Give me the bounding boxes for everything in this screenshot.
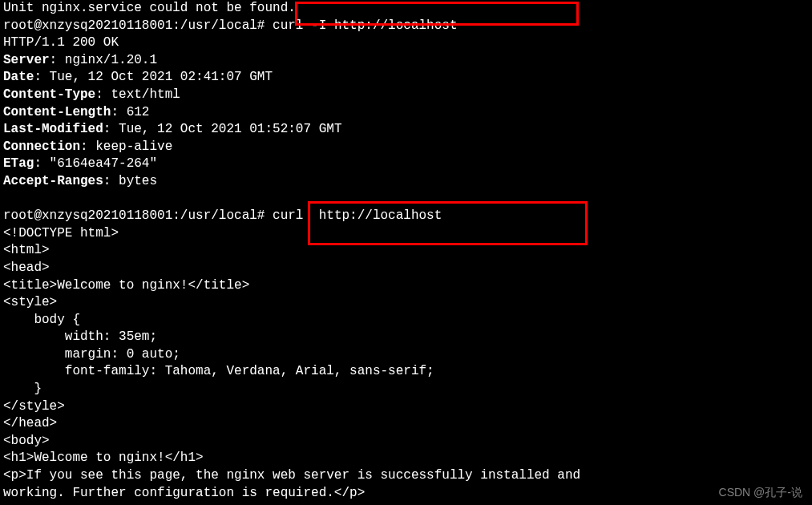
- html-output-line: <html>: [3, 242, 809, 260]
- header-label: Server: [3, 53, 50, 67]
- html-output-line: </head>: [3, 415, 809, 433]
- header-label: Accept-Ranges: [3, 174, 103, 188]
- header-value: : 612: [111, 105, 149, 119]
- command-2: curl http://localhost: [273, 208, 442, 223]
- terminal-prompt-2[interactable]: root@xnzysq20210118001:/usr/local# curl …: [3, 208, 809, 225]
- header-value: : bytes: [103, 174, 157, 188]
- html-output-line: <p>If you see this page, the nginx web s…: [3, 467, 809, 485]
- header-content-type: Content-Type: text/html: [3, 87, 809, 104]
- header-value: : keep-alive: [80, 139, 172, 154]
- terminal-prompt-1[interactable]: root@xnzysq20210118001:/usr/local# curl …: [3, 18, 809, 35]
- html-output-line: <h1>Welcome to nginx!</h1>: [3, 450, 809, 467]
- terminal-line-truncated: Unit nginx.service could not be found.: [3, 0, 809, 18]
- header-value: : text/html: [95, 87, 180, 102]
- html-output-line: width: 35em;: [3, 329, 809, 346]
- header-label: Date: [3, 70, 34, 84]
- header-label: Connection: [3, 139, 80, 154]
- html-output-line: font-family: Tahoma, Verdana, Arial, san…: [3, 363, 809, 381]
- html-output-line: <head>: [3, 260, 809, 277]
- header-label: Last-Modified: [3, 122, 103, 136]
- header-value: : Tue, 12 Oct 2021 02:41:07 GMT: [34, 70, 273, 84]
- prompt-prefix: root@xnzysq20210118001:/usr/local#: [3, 208, 273, 223]
- header-connection: Connection: keep-alive: [3, 139, 809, 156]
- header-value: : Tue, 12 Oct 2021 01:52:07 GMT: [103, 122, 342, 136]
- header-server: Server: nginx/1.20.1: [3, 52, 809, 70]
- prompt-prefix: root@xnzysq20210118001:/usr/local#: [3, 18, 273, 33]
- header-label: Content-Length: [3, 105, 111, 119]
- watermark: CSDN @孔子-说: [719, 485, 802, 500]
- header-label: Content-Type: [3, 87, 95, 102]
- blank-line: [3, 191, 809, 208]
- html-output-line: }: [3, 381, 809, 398]
- html-output-line: margin: 0 auto;: [3, 346, 809, 364]
- html-output-line: working. Further configuration is requir…: [3, 485, 809, 503]
- header-value: : nginx/1.20.1: [50, 53, 157, 67]
- html-output-line: <style>: [3, 294, 809, 312]
- header-date: Date: Tue, 12 Oct 2021 02:41:07 GMT: [3, 69, 809, 87]
- html-output-line: <!DOCTYPE html>: [3, 225, 809, 243]
- header-value: : "6164ea47-264": [34, 156, 157, 171]
- header-accept-ranges: Accept-Ranges: bytes: [3, 173, 809, 191]
- html-output-line: <title>Welcome to nginx!</title>: [3, 277, 809, 295]
- html-output-line: <body>: [3, 433, 809, 450]
- header-label: ETag: [3, 156, 34, 171]
- header-last-modified: Last-Modified: Tue, 12 Oct 2021 01:52:07…: [3, 121, 809, 139]
- response-status: HTTP/1.1 200 OK: [3, 34, 809, 52]
- html-output-line: </style>: [3, 398, 809, 416]
- command-1: curl -I http://localhost: [273, 18, 457, 33]
- html-output-line: body {: [3, 312, 809, 329]
- header-etag: ETag: "6164ea47-264": [3, 156, 809, 173]
- header-content-length: Content-Length: 612: [3, 104, 809, 122]
